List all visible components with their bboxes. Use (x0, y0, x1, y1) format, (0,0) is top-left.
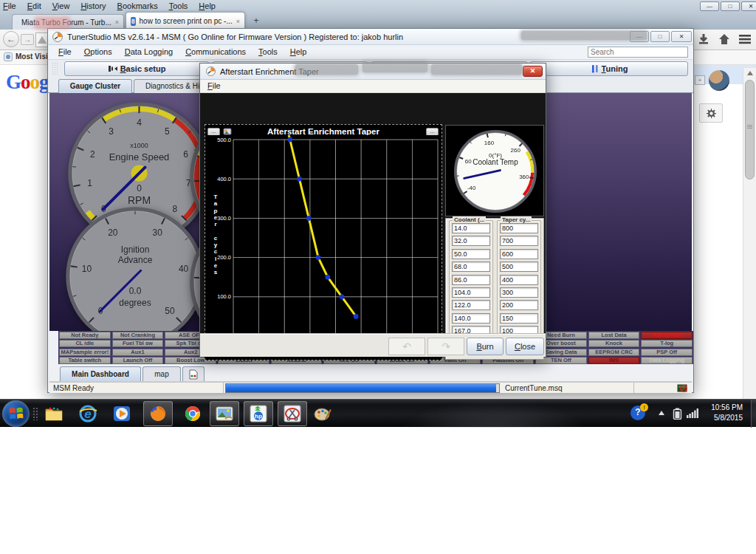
avatar[interactable] (709, 70, 729, 91)
svg-text:Ignition: Ignition (121, 244, 150, 255)
ts-menu-file[interactable]: File (58, 45, 72, 59)
scrollbar-up-icon[interactable] (747, 71, 753, 75)
new-tab-button[interactable]: + (250, 16, 263, 27)
taskbar-internet-explorer[interactable]: e (78, 404, 97, 423)
tab-gauge-cluster[interactable]: Gauge Cluster (58, 79, 132, 93)
coolant-cell-1[interactable] (452, 236, 490, 246)
minimize-button[interactable]: — (700, 1, 719, 11)
tuning-label: Tuning (602, 64, 628, 73)
search-input[interactable] (588, 47, 688, 58)
redo-button[interactable]: ↷ (427, 338, 464, 355)
coolant-cell-2[interactable] (452, 249, 490, 259)
battery-icon[interactable] (673, 408, 682, 420)
tab-map[interactable]: map (142, 366, 181, 381)
network-signal-icon[interactable] (687, 408, 698, 418)
afterstart-enrichment-dialog: Afterstart Enrichment Taper ✕ File After… (199, 63, 546, 357)
browser-tab-active[interactable]: 8 how to screen print on pc -... × (126, 12, 245, 30)
coolant-cell-3[interactable] (452, 261, 490, 272)
taper-cell-4[interactable] (500, 275, 538, 285)
ts-menu-help[interactable]: Help (290, 45, 307, 59)
menu-help[interactable]: Help (199, 1, 216, 12)
close-button[interactable]: Close (506, 338, 544, 355)
menu-edit[interactable]: Edit (27, 1, 41, 12)
menu-bookmarks[interactable]: Bookmarks (117, 1, 158, 12)
settings-gear-button[interactable] (699, 103, 723, 123)
back-button[interactable]: ← (3, 31, 19, 47)
restore-button[interactable]: □ (650, 31, 670, 42)
tab-close-icon[interactable]: × (115, 18, 119, 26)
menu-view[interactable]: View (52, 1, 70, 12)
taskbar-chrome[interactable] (183, 404, 202, 423)
taskbar-media-player[interactable] (112, 404, 131, 423)
dialog-file-menu[interactable]: File (207, 81, 221, 90)
coolant-cell-6[interactable] (452, 300, 490, 310)
hamburger-menu-icon[interactable] (738, 34, 753, 46)
tab-title: how to screen print on pc -... (140, 17, 233, 25)
indicator-knock: Knock (588, 340, 640, 347)
indicator-table-switch: Table switch (59, 357, 111, 364)
coolant-cell-0[interactable] (452, 223, 490, 233)
tuning-button[interactable]: Tuning (530, 61, 688, 76)
coolant-cell-7[interactable] (452, 313, 490, 324)
scrollbar[interactable] (743, 68, 756, 399)
svg-text:a: a (214, 200, 218, 207)
plus-one-icon[interactable]: + (695, 75, 705, 85)
taper-cell-7[interactable] (500, 313, 538, 324)
close-button[interactable]: ✕ (671, 31, 692, 42)
burn-button[interactable]: Burn (467, 338, 504, 355)
svg-text:e: e (214, 262, 218, 269)
basic-setup-button[interactable]: Basic setup (64, 61, 209, 76)
taper-cell-5[interactable] (500, 287, 538, 298)
taper-cell-3[interactable] (500, 261, 538, 272)
taper-cell-1[interactable] (500, 236, 538, 246)
ts-menu-data-logging[interactable]: Data Logging (125, 45, 173, 59)
taskbar-hp[interactable]: hp (249, 404, 268, 423)
taper-cell-0[interactable] (500, 223, 538, 233)
gear-icon (705, 107, 717, 119)
start-button[interactable] (2, 400, 30, 427)
new-dashboard-tab-button[interactable] (182, 366, 205, 381)
close-button[interactable]: ✕ (741, 1, 756, 11)
coolant-cell-4[interactable] (452, 275, 490, 285)
taskbar-explorer[interactable] (44, 404, 63, 423)
svg-text:6: 6 (183, 149, 188, 160)
close-button[interactable]: ✕ (523, 66, 543, 77)
censor-blur (295, 64, 358, 75)
forward-button[interactable]: → (21, 34, 34, 45)
tab-close-icon[interactable]: × (236, 18, 240, 25)
taper-cell-2[interactable] (500, 249, 538, 259)
menu-file[interactable]: File (3, 1, 16, 12)
taskbar-snipping-tool[interactable] (283, 404, 302, 423)
clock[interactable]: 10:56 PM 5/8/2015 (698, 403, 743, 423)
svg-text:Engine Speed: Engine Speed (109, 151, 170, 163)
coolant-cell-5[interactable] (452, 287, 490, 298)
google-logo-letter: G (6, 71, 21, 93)
maximize-button[interactable]: □ (721, 1, 740, 11)
ts-menu-tools[interactable]: Tools (258, 45, 278, 59)
svg-text:50: 50 (165, 306, 175, 316)
taskbar-firefox[interactable] (148, 404, 168, 423)
taskbar-photo-viewer[interactable] (215, 404, 234, 423)
taskbar-paint[interactable] (313, 404, 332, 423)
menu-history[interactable]: History (80, 1, 106, 12)
downloads-icon[interactable] (697, 33, 713, 47)
undo-button[interactable]: ↶ (388, 338, 425, 355)
tab-main-dashboard[interactable]: Main Dashboard (60, 366, 141, 381)
scrollbar-thumb[interactable] (745, 80, 755, 179)
svg-text:y: y (214, 242, 218, 248)
ts-menu-options[interactable]: Options (84, 45, 112, 59)
show-desktop-button[interactable] (751, 400, 756, 428)
taper-cell-6[interactable] (500, 300, 538, 310)
hidden-icons-arrow[interactable] (659, 411, 664, 415)
taskbar-divider (32, 407, 38, 420)
indicator-psp-off: PSP Off (641, 349, 693, 356)
menu-tools[interactable]: Tools (169, 1, 188, 12)
home-icon[interactable] (718, 33, 734, 47)
indicator-not-ready: Not Ready (59, 332, 111, 339)
afterstart-taper-chart[interactable]: -40.08.857.5106.3155.0203.8252.5301.3350… (206, 135, 441, 358)
url-bar[interactable] (35, 33, 48, 47)
windows-logo-icon (9, 407, 24, 420)
ts-menu-communications[interactable]: Communications (185, 45, 246, 59)
svg-text:200.0: 200.0 (217, 254, 231, 261)
ignition-advance-gauge: 01020304050IgnitionAdvance0.0degrees (65, 206, 205, 331)
